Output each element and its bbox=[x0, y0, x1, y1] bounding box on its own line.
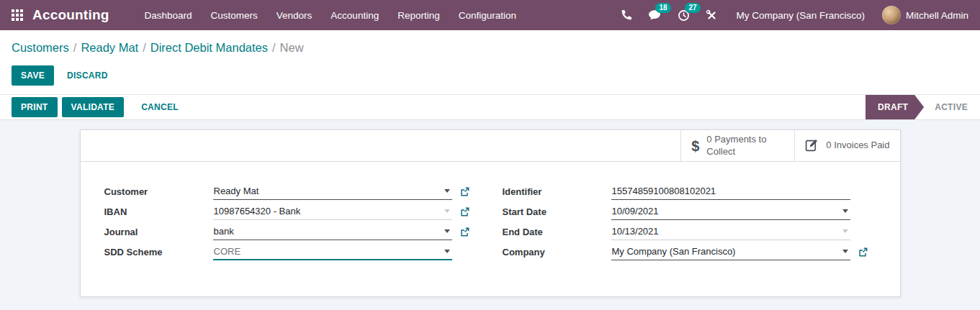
company-label: Company bbox=[503, 247, 611, 257]
sdd-scheme-select[interactable]: CORE bbox=[213, 245, 452, 260]
field-row-identifier: Identifier 15574859100808102021 bbox=[503, 184, 868, 199]
company-switcher[interactable]: My Company (San Francisco) bbox=[726, 10, 875, 21]
menu-reporting[interactable]: Reporting bbox=[388, 1, 449, 29]
breadcrumb: Customers/Ready Mat/Direct Debit Mandate… bbox=[12, 39, 968, 56]
payments-to-collect-label: Payments to Collect bbox=[706, 134, 766, 156]
journal-dropdown-caret-icon[interactable] bbox=[444, 229, 450, 233]
iban-input[interactable]: 10987654320 - Bank bbox=[213, 204, 452, 220]
form-right-column: Identifier 15574859100808102021 Start Da… bbox=[503, 184, 868, 265]
breadcrumb-direct-debit-mandates[interactable]: Direct Debit Mandates bbox=[150, 41, 268, 54]
field-row-end-date: End Date 10/13/2021 bbox=[503, 224, 868, 240]
payments-to-collect-button[interactable]: $ 0 Payments to Collect bbox=[680, 130, 794, 161]
field-row-journal: Journal bank bbox=[104, 224, 469, 240]
messages-icon[interactable]: 18 bbox=[640, 0, 670, 30]
iban-external-link-icon[interactable] bbox=[452, 207, 469, 217]
menu-customers[interactable]: Customers bbox=[202, 1, 267, 29]
breadcrumb-current: New bbox=[280, 41, 304, 54]
end-date-input[interactable]: 10/13/2021 bbox=[611, 224, 850, 240]
breadcrumb-separator: / bbox=[272, 41, 276, 54]
print-button[interactable]: PRINT bbox=[12, 97, 58, 117]
start-date-input[interactable]: 10/09/2021 bbox=[611, 204, 850, 220]
invoices-paid-text: 0 Invoices Paid bbox=[826, 140, 889, 151]
invoices-paid-button[interactable]: 0 Invoices Paid bbox=[794, 130, 899, 161]
state-widget: DRAFT ACTIVE bbox=[866, 95, 980, 119]
messages-badge: 18 bbox=[655, 3, 670, 13]
breadcrumb-ready-mat[interactable]: Ready Mat bbox=[81, 41, 138, 54]
menu-dashboard[interactable]: Dashboard bbox=[135, 1, 202, 29]
invoices-paid-label: Invoices Paid bbox=[834, 140, 889, 150]
end-date-dropdown-caret-icon[interactable] bbox=[842, 229, 848, 233]
systray: 18 27 My Company (San Francisco) Mitchel… bbox=[612, 0, 968, 30]
user-avatar bbox=[882, 6, 901, 24]
sdd-scheme-value[interactable]: CORE bbox=[214, 246, 241, 257]
wrench-screwdriver-icon bbox=[706, 9, 718, 22]
menu-accounting[interactable]: Accounting bbox=[321, 1, 388, 29]
journal-value[interactable]: bank bbox=[214, 226, 234, 237]
user-name: Mitchell Admin bbox=[906, 10, 968, 21]
state-active[interactable]: ACTIVE bbox=[924, 95, 980, 119]
breadcrumb-separator: / bbox=[143, 41, 146, 54]
journal-input[interactable]: bank bbox=[213, 224, 452, 240]
user-menu[interactable]: Mitchell Admin bbox=[875, 6, 968, 24]
content-area: $ 0 Payments to Collect 0 Invoices Paid … bbox=[0, 120, 980, 310]
validate-button[interactable]: VALIDATE bbox=[62, 97, 125, 117]
journal-label: Journal bbox=[104, 227, 213, 237]
iban-label: IBAN bbox=[104, 206, 213, 217]
support-tools-icon[interactable] bbox=[698, 0, 726, 30]
sdd-scheme-dropdown-caret-icon[interactable] bbox=[444, 250, 450, 253]
identifier-label: Identifier bbox=[503, 186, 611, 197]
journal-external-link-icon[interactable] bbox=[452, 227, 469, 237]
customer-input[interactable]: Ready Mat bbox=[213, 184, 452, 200]
start-date-label: Start Date bbox=[503, 206, 611, 217]
breadcrumb-separator: / bbox=[73, 41, 77, 54]
end-date-label: End Date bbox=[503, 227, 611, 237]
stat-button-box: $ 0 Payments to Collect 0 Invoices Paid bbox=[81, 130, 900, 162]
company-input[interactable]: My Company (San Francisco) bbox=[611, 245, 850, 260]
company-value[interactable]: My Company (San Francisco) bbox=[612, 246, 736, 257]
iban-dropdown-caret-icon[interactable] bbox=[444, 209, 450, 213]
start-date-dropdown-caret-icon[interactable] bbox=[842, 209, 848, 213]
form-left-column: Customer Ready Mat IBAN bbox=[104, 184, 469, 265]
action-row: SAVE DISCARD bbox=[12, 65, 968, 86]
form-sheet: $ 0 Payments to Collect 0 Invoices Paid … bbox=[80, 129, 901, 297]
payments-to-collect-count: 0 bbox=[706, 134, 711, 145]
app-title[interactable]: Accounting bbox=[32, 7, 109, 23]
phone-icon[interactable] bbox=[612, 0, 640, 30]
field-row-sdd-scheme: SDD Scheme CORE bbox=[104, 245, 469, 260]
field-row-iban: IBAN 10987654320 - Bank bbox=[104, 204, 469, 219]
customer-value[interactable]: Ready Mat bbox=[214, 186, 259, 196]
field-row-company: Company My Company (San Francisco) bbox=[503, 245, 868, 260]
payments-to-collect-text: 0 Payments to Collect bbox=[706, 134, 784, 158]
topbar: Accounting Dashboard Customers Vendors A… bbox=[0, 0, 980, 30]
state-draft[interactable]: DRAFT bbox=[866, 95, 924, 119]
field-row-customer: Customer Ready Mat bbox=[104, 184, 469, 199]
customer-dropdown-caret-icon[interactable] bbox=[444, 189, 450, 193]
iban-value[interactable]: 10987654320 - Bank bbox=[214, 206, 301, 216]
control-panel: Customers/Ready Mat/Direct Debit Mandate… bbox=[0, 30, 980, 94]
customer-label: Customer bbox=[104, 186, 213, 197]
menu-vendors[interactable]: Vendors bbox=[267, 1, 322, 29]
cancel-button[interactable]: CANCEL bbox=[138, 97, 181, 117]
apps-grid-icon[interactable] bbox=[12, 9, 23, 21]
identifier-value[interactable]: 15574859100808102021 bbox=[612, 186, 716, 196]
breadcrumb-customers[interactable]: Customers bbox=[12, 41, 69, 54]
dollar-icon: $ bbox=[691, 139, 699, 153]
end-date-value[interactable]: 10/13/2021 bbox=[612, 226, 659, 237]
sdd-scheme-label: SDD Scheme bbox=[104, 247, 213, 257]
start-date-value[interactable]: 10/09/2021 bbox=[612, 206, 659, 216]
activities-icon[interactable]: 27 bbox=[670, 0, 698, 30]
phone-icon-glyph bbox=[620, 9, 632, 22]
save-button[interactable]: SAVE bbox=[12, 65, 54, 86]
invoices-paid-count: 0 bbox=[826, 140, 831, 150]
statusbar-buttons: PRINT VALIDATE CANCEL bbox=[12, 95, 181, 119]
identifier-input[interactable]: 15574859100808102021 bbox=[611, 184, 850, 200]
company-external-link-icon[interactable] bbox=[850, 247, 868, 257]
field-row-start-date: Start Date 10/09/2021 bbox=[503, 204, 868, 219]
company-dropdown-caret-icon[interactable] bbox=[842, 250, 848, 253]
discard-button[interactable]: DISCARD bbox=[64, 65, 111, 86]
mandate-form: Customer Ready Mat IBAN bbox=[81, 162, 900, 296]
statusbar: PRINT VALIDATE CANCEL DRAFT ACTIVE bbox=[0, 94, 980, 120]
main-menu: Dashboard Customers Vendors Accounting R… bbox=[135, 1, 526, 29]
menu-configuration[interactable]: Configuration bbox=[449, 1, 526, 29]
customer-external-link-icon[interactable] bbox=[452, 187, 469, 197]
